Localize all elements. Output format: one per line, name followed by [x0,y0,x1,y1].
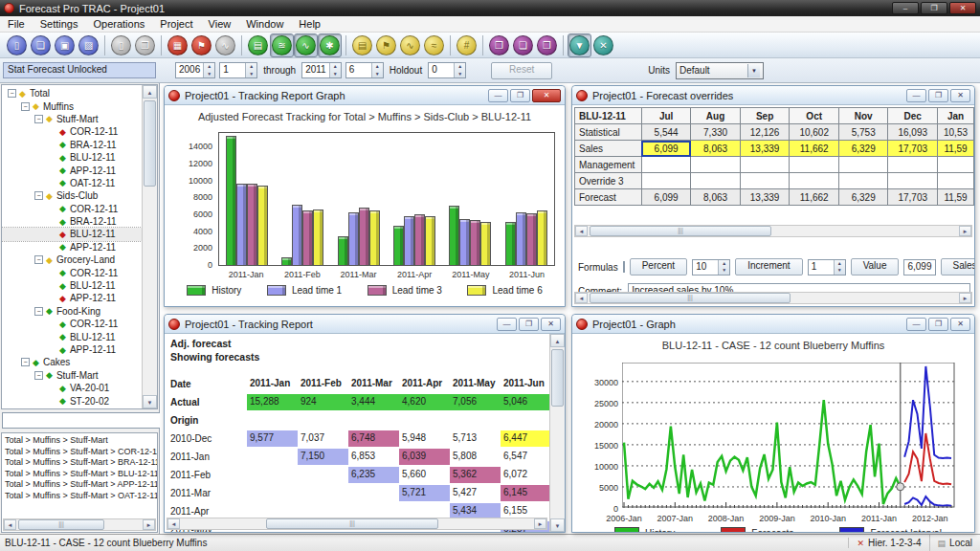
tracking-hscroll[interactable]: ◄|||► [167,518,547,530]
data-cell[interactable]: 6,099 [641,189,690,206]
data-cell[interactable]: 6,099 [641,141,690,157]
formulas-checkbox[interactable] [623,261,625,273]
data-cell[interactable]: 12,126 [740,124,790,141]
data-cell[interactable]: 10,53 [938,124,974,141]
data-cell[interactable]: 11,662 [790,141,839,157]
menu-item-operations[interactable]: Operations [85,17,152,31]
restore-button[interactable]: ❐ [510,89,530,102]
tree-item-stuff-mart[interactable]: −◆Stuff-Mart [2,113,142,125]
restore-button[interactable]: ❐ [928,318,948,331]
data-cell[interactable] [790,157,839,173]
start-period-spinner[interactable]: 1▲▼ [219,62,257,78]
data-cell[interactable]: 11,59 [938,141,974,157]
data-cell[interactable]: 6,329 [839,189,888,206]
forecast-icon[interactable]: ⚑ [191,35,212,55]
units-select[interactable]: Default▼ [676,62,764,79]
maximize-button[interactable]: ❐ [921,2,947,14]
data-cell[interactable] [938,157,974,173]
spin-down-icon[interactable]: ▼ [455,71,465,78]
close-button[interactable]: ✕ [532,89,561,102]
filter-icon[interactable]: ▼ [569,35,590,55]
tree-item-app-12-11[interactable]: ◆APP-12-11 [2,241,142,253]
tracking-compare-icon[interactable]: ∿ [400,35,420,55]
spin-down-icon[interactable]: ▼ [330,71,341,78]
list-item[interactable]: Total > Muffins > Stuff-Mart > COR-12-11 [2,447,157,458]
tree-item-blu-12-11[interactable]: ◆BLU-12-11 [2,228,142,240]
data-cell[interactable]: 6,329 [839,141,888,157]
data-cell[interactable]: 13,339 [740,141,790,157]
percent-button[interactable]: Percent [630,258,687,276]
fitted-graph-icon[interactable]: ∿ [296,35,316,55]
data-cell[interactable] [790,173,839,189]
collapse-icon[interactable]: − [34,307,43,316]
spin-up-icon[interactable]: ▲ [455,63,465,71]
tree-item-bra-12-11[interactable]: ◆BRA-12-11 [2,215,142,228]
menu-item-help[interactable]: Help [291,17,328,31]
restore-button[interactable]: ❐ [928,89,948,102]
spin-up-icon[interactable]: ▲ [330,63,341,71]
refit-icon[interactable]: ∿ [215,35,235,55]
menu-item-project[interactable]: Project [152,17,200,31]
tree-item-app-12-11[interactable]: ◆APP-12-11 [2,343,142,356]
close-button[interactable]: ✕ [541,318,561,331]
target-select[interactable]: Sales [941,258,975,276]
collapse-icon[interactable]: − [21,358,30,366]
report-icon[interactable]: ▤ [248,35,268,55]
copy-icon[interactable]: ❐ [135,35,155,55]
list-item[interactable]: Total > Muffins > Stuff-Mart > BLU-12-11 [2,469,157,480]
overrides-scrollbar-bottom[interactable]: ◄|||► [574,292,972,304]
tracking-vscroll[interactable]: ▲▼ [549,334,565,532]
menu-item-file[interactable]: File [0,17,33,31]
data-cell[interactable]: 7,330 [691,124,740,141]
tree-item-va-20-01[interactable]: ◆VA-20-01 [2,382,142,394]
tree-item-muffins[interactable]: −◆Muffins [2,99,142,112]
minimize-button[interactable]: — [906,318,926,331]
graph-titlebar[interactable]: Project01 - Graph — ❐ ✕ [572,315,974,334]
tree-scrollbar[interactable]: ▲▼ [142,85,157,408]
close-button[interactable]: ✕ [950,318,970,331]
data-cell[interactable]: 5,753 [839,124,888,141]
data-cell[interactable]: 10,602 [790,124,839,141]
data-cell[interactable]: 11,662 [790,189,839,206]
end-period-spinner[interactable]: 6▲▼ [345,62,384,78]
data-cell[interactable] [888,157,938,173]
data-cell[interactable]: 17,703 [888,141,938,157]
tree-item-st-20-02[interactable]: ◆ST-20-02 [2,394,142,407]
tree-item-blu-12-11[interactable]: ◆BLU-12-11 [2,151,142,164]
menu-item-window[interactable]: Window [238,17,291,31]
menu-item-view[interactable]: View [201,17,239,31]
history-graph-icon[interactable]: ≋ [272,35,292,55]
spin-up-icon[interactable]: ▲ [372,63,383,71]
tree-item-oat-12-11[interactable]: ◆OAT-12-11 [2,177,142,189]
data-cell[interactable] [641,157,690,173]
value-button[interactable]: Value [851,258,900,276]
tree-item-cor-12-11[interactable]: ◆COR-12-11 [2,203,142,215]
overrides-scrollbar-top[interactable]: ◄|||► [574,225,972,237]
copy-view-icon[interactable]: ❐ [489,35,509,55]
minimize-button[interactable]: — [906,89,926,102]
tree-item-sids-club[interactable]: −◆Sids-Club [2,189,142,202]
minimize-button[interactable]: – [892,2,919,14]
data-cell[interactable] [938,173,974,189]
data-cell[interactable]: 16,093 [888,124,938,141]
tree-item-grocery-land[interactable]: −◆Grocery-Land [2,253,142,266]
tracking-flag-icon[interactable]: ⚑ [376,35,396,55]
data-cell[interactable]: 11,59 [938,189,974,206]
save-views-icon[interactable]: ❒ [537,35,557,55]
paw-icon[interactable]: ✱ [320,35,340,55]
tree-item-blu-12-11[interactable]: ◆BLU-12-11 [2,279,142,292]
reset-button[interactable]: Reset [491,62,552,79]
menu-item-settings[interactable]: Settings [33,17,86,31]
open-project-icon[interactable]: ❏ [31,35,51,55]
numbers-grid-icon[interactable]: # [457,35,477,55]
collapse-icon[interactable]: − [34,191,43,200]
close-button[interactable]: ✕ [950,89,970,102]
list-item[interactable]: Total > Muffins > Stuff-Mart > OAT-12-11 [2,491,157,502]
data-cell[interactable] [641,173,690,189]
minimize-button[interactable]: — [497,318,517,331]
tree-item-app-12-11[interactable]: ◆APP-12-11 [2,292,142,304]
tree-item-app-12-11[interactable]: ◆APP-12-11 [2,164,142,176]
data-cell[interactable]: 8,063 [691,141,740,157]
search-input[interactable] [2,412,173,429]
tree-item-stuff-mart[interactable]: −◆Stuff-Mart [2,369,142,382]
